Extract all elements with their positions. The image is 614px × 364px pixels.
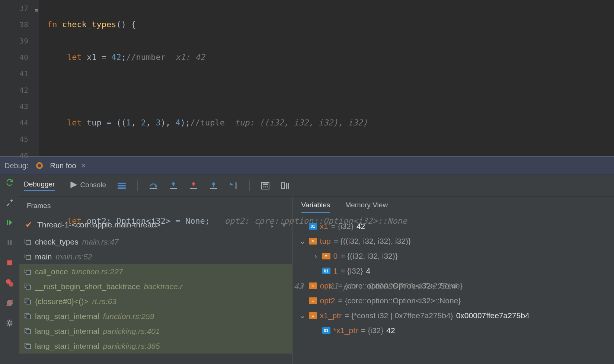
svg-rect-20 xyxy=(210,188,217,189)
variable-row[interactable]: ▾ 01 1 = {i32} 4 xyxy=(299,264,607,278)
svg-point-10 xyxy=(8,322,11,324)
svg-rect-35 xyxy=(26,270,31,274)
svg-rect-22 xyxy=(262,182,269,189)
svg-rect-31 xyxy=(26,240,31,245)
stack-frame-row[interactable]: lang_start_internal panicking.rs:401 xyxy=(19,324,292,339)
line-number: 41 xyxy=(0,66,28,82)
rust-icon xyxy=(35,162,44,170)
svg-point-7 xyxy=(9,282,13,287)
stack-frame-icon xyxy=(25,343,31,349)
breakpoints-icon[interactable] xyxy=(5,278,14,287)
svg-rect-28 xyxy=(286,183,287,189)
debug-tool-window: Debugger Console Frames xyxy=(0,175,614,364)
stack-frame-row[interactable]: call_once function.rs:227 xyxy=(19,264,292,279)
variable-row[interactable]: ▾ 01 x1 = {i32} 42 xyxy=(299,219,607,234)
svg-rect-23 xyxy=(263,183,268,185)
rerun-icon[interactable] xyxy=(5,178,14,187)
svg-rect-37 xyxy=(26,285,31,289)
svg-rect-18 xyxy=(190,188,197,189)
resume-icon[interactable] xyxy=(5,218,14,227)
stack-frame-row[interactable]: __rust_begin_short_backtrace backtrace.r xyxy=(19,279,292,294)
run-configuration-name[interactable]: Run foo xyxy=(50,162,76,170)
variable-row[interactable]: ▾ 01 *x1_ptr = {i32} 42 xyxy=(299,323,607,338)
trace-icon[interactable] xyxy=(281,181,290,190)
expand-icon[interactable]: ⌄ xyxy=(299,234,306,249)
debugger-tab[interactable]: Debugger xyxy=(24,180,55,191)
variable-row[interactable]: ⌄ ≡ x1_ptr = {*const i32 | 0x7ffee7a275b… xyxy=(299,308,607,323)
stack-frame-icon xyxy=(25,328,31,334)
evaluate-expression-icon[interactable] xyxy=(261,181,270,190)
memory-view-tab[interactable]: Memory View xyxy=(345,198,388,213)
stack-frame-icon xyxy=(25,284,31,290)
thread-selector[interactable]: ✔ Thread-1-<com.apple.main-thread> ↑ ↓ ▾ xyxy=(19,215,292,234)
svg-rect-29 xyxy=(288,183,289,189)
svg-rect-14 xyxy=(150,188,157,189)
variables-tree[interactable]: ▾ 01 x1 = {i32} 42 ⌄ ≡ tup = {((i32, i32… xyxy=(292,215,614,364)
frame-up-icon[interactable]: ↑ xyxy=(258,220,262,229)
svg-rect-21 xyxy=(236,182,237,189)
svg-rect-41 xyxy=(26,315,31,319)
close-tab-icon[interactable]: ✕ xyxy=(81,162,86,170)
variables-panel: Variables Memory View ▾ 01 x1 = {i32} 42… xyxy=(292,197,614,364)
svg-point-1 xyxy=(38,164,41,167)
variable-row[interactable]: › ≡ 0 = {(i32, i32, i32)} xyxy=(299,249,607,264)
expand-icon[interactable]: › xyxy=(313,249,319,264)
line-number: 37 xyxy=(0,0,28,16)
editor-content[interactable]: fn check_types() { let x1 = 42;//number … xyxy=(39,0,614,156)
stack-frame-row[interactable]: lang_start_internal panicking.rs:365 xyxy=(19,339,292,354)
mute-breakpoints-icon[interactable] xyxy=(5,298,14,307)
force-step-into-icon[interactable] xyxy=(189,181,198,190)
frames-list[interactable]: check_types main.rs:47main main.rs:52cal… xyxy=(19,234,292,364)
svg-rect-19 xyxy=(213,182,214,187)
line-number: 45 xyxy=(0,131,28,147)
svg-point-26 xyxy=(267,186,268,187)
stack-frame-icon xyxy=(25,269,31,275)
frames-panel: Frames ✔ Thread-1-<com.apple.main-thread… xyxy=(19,197,292,364)
struct-icon: ≡ xyxy=(309,282,317,289)
svg-rect-13 xyxy=(118,187,126,189)
fold-marker-icon[interactable]: ⊟ xyxy=(35,2,38,19)
step-out-icon[interactable] xyxy=(209,181,218,190)
stack-frame-icon xyxy=(25,313,31,319)
svg-rect-16 xyxy=(170,188,177,189)
frame-down-icon[interactable]: ↓ xyxy=(270,220,274,229)
threads-icon[interactable] xyxy=(117,181,126,190)
frame-dropdown-icon[interactable]: ▾ xyxy=(282,220,286,229)
struct-icon: ≡ xyxy=(322,253,330,259)
pause-icon[interactable] xyxy=(5,238,14,247)
stack-frame-row[interactable]: main main.rs:52 xyxy=(19,249,292,264)
stack-frame-icon xyxy=(25,239,31,245)
svg-point-24 xyxy=(263,186,265,187)
svg-rect-5 xyxy=(7,260,12,265)
svg-rect-12 xyxy=(118,185,126,186)
settings-icon[interactable] xyxy=(5,319,14,328)
code-editor[interactable]: 37 38 39 40 41 42 43 44 45 46 ⊟ fn check… xyxy=(0,0,614,156)
svg-rect-11 xyxy=(118,182,126,184)
expand-icon[interactable]: ⌄ xyxy=(299,308,306,323)
stop-icon[interactable] xyxy=(5,258,14,267)
stack-frame-row[interactable]: lang_start_internal function.rs:259 xyxy=(19,309,292,324)
svg-rect-39 xyxy=(26,300,31,304)
expand-icon[interactable]: › xyxy=(299,278,306,293)
svg-rect-3 xyxy=(8,240,9,245)
variable-row[interactable]: › ≡ opt1 = {core::option::Option<i32>::S… xyxy=(299,278,607,293)
stack-frame-row[interactable]: {closure#0}<()> rt.rs:63 xyxy=(19,294,292,309)
stack-frame-row[interactable]: check_types main.rs:47 xyxy=(19,234,292,249)
stack-frame-icon xyxy=(25,298,31,304)
line-number: 46 xyxy=(0,147,28,164)
variable-row[interactable]: ⌄ ≡ tup = {((i32, i32, i32), i32)} xyxy=(299,234,607,249)
console-tab[interactable]: Console xyxy=(70,181,106,191)
svg-rect-4 xyxy=(10,240,12,245)
svg-rect-2 xyxy=(7,220,8,225)
wrench-icon[interactable] xyxy=(5,198,14,207)
variable-row[interactable]: ▾ ≡ opt2 = {core::option::Option<i32>::N… xyxy=(299,293,607,308)
svg-rect-45 xyxy=(26,345,31,349)
debug-toolbar-vertical xyxy=(0,175,19,364)
variables-tab[interactable]: Variables xyxy=(301,198,330,213)
svg-rect-43 xyxy=(26,330,31,334)
step-over-icon[interactable] xyxy=(149,181,158,190)
step-into-icon[interactable] xyxy=(169,181,178,190)
run-to-cursor-icon[interactable] xyxy=(229,181,238,190)
line-number: 42 xyxy=(0,82,28,98)
stack-frame-icon xyxy=(25,254,31,260)
